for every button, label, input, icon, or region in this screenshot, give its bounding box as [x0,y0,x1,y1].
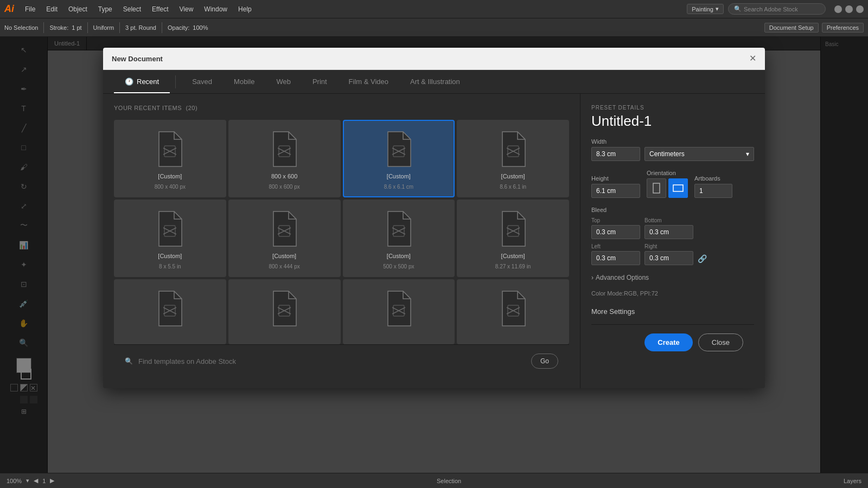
dialog-tabs: 🕐 Recent Saved Mobile Web Print Film & V… [103,70,765,94]
layers-label: Layers [844,478,861,484]
more-settings[interactable]: More Settings [591,307,754,316]
clock-icon: 🕐 [125,78,133,86]
chevron-down-icon-2: ▾ [746,150,749,158]
doc-item-2[interactable]: [Custom] 8.6 x 6.1 cm [343,120,455,197]
create-button[interactable]: Create [644,333,692,351]
zoom-level[interactable]: 100% [7,478,22,484]
doc-size-7: 8.27 x 11.69 in [495,264,531,269]
tab-mobile[interactable]: Mobile [223,70,265,93]
height-label: Height [591,175,640,182]
menu-edit[interactable]: Edit [42,3,62,15]
doc-name-2: [Custom] [387,173,411,179]
toolbar-separator-3 [119,22,120,33]
toolbar-separator [43,22,44,33]
go-button[interactable]: Go [531,354,558,369]
doc-item-1[interactable]: 800 x 600 800 x 600 px [228,120,341,197]
orientation-group: Orientation [647,170,688,198]
bleed-left-input[interactable] [591,251,640,265]
round-label[interactable]: 3 pt. Round [125,24,156,31]
doc-name-7: [Custom] [501,253,525,259]
doc-item-7[interactable]: [Custom] 8.27 x 11.69 in [457,200,569,277]
status-bar: 100% ▾ ◀ 1 ▶ Selection Layers [0,473,868,488]
doc-name-0: [Custom] [158,173,182,179]
close-button[interactable]: × [856,5,864,13]
items-grid: [Custom] 800 x 400 px 800 x 600 800 x 60… [114,120,569,344]
preferences-button[interactable]: Preferences [822,23,864,33]
bleed-bottom-input[interactable] [644,225,693,239]
doc-icon-4 [152,209,187,248]
doc-item-9[interactable] [228,279,341,344]
toolbar-icons: Painting ▾ 🔍 Search Adobe Stock − □ × [687,3,864,15]
search-stock[interactable]: 🔍 Search Adobe Stock [728,3,826,15]
doc-icon-7 [496,209,531,248]
tab-web[interactable]: Web [265,70,302,93]
search-bar: 🔍 Go [114,344,569,377]
opacity-value[interactable]: 100% [193,24,208,31]
doc-item-11[interactable] [457,279,569,344]
height-group: Height [591,175,640,198]
menu-select[interactable]: Select [119,3,145,15]
doc-icon-6 [381,209,416,248]
portrait-button[interactable] [647,178,666,198]
bleed-top-bottom-row: Top Bottom [591,217,754,239]
tab-print[interactable]: Print [302,70,338,93]
bleed-top-input[interactable] [591,225,640,239]
doc-name-3: [Custom] [501,173,525,179]
doc-item-8[interactable] [114,279,226,344]
dialog-close-button[interactable]: ✕ [749,54,756,63]
doc-item-4[interactable]: [Custom] 8 x 5.5 in [114,200,226,277]
menu-object[interactable]: Object [64,3,92,15]
workspace-select[interactable]: Painting ▾ [687,4,724,14]
doc-icon-1 [267,130,302,169]
doc-item-10[interactable] [343,279,455,344]
menu-window[interactable]: Window [200,3,232,15]
stroke-label: Stroke: [49,24,68,31]
tab-recent[interactable]: 🕐 Recent [114,70,170,93]
doc-item-6[interactable]: [Custom] 500 x 500 px [343,200,455,277]
chevron-down-icon: ▾ [716,5,719,12]
close-dialog-button[interactable]: Close [698,333,743,351]
app-icon: Ai [4,3,14,15]
uniform-label[interactable]: Uniform [93,24,114,31]
doc-icon-2 [381,130,416,169]
advanced-options[interactable]: › Advanced Options [591,274,754,281]
link-bleed-icon[interactable]: 🔗 [698,254,707,263]
maximize-button[interactable]: □ [845,5,853,13]
stock-search-input[interactable] [138,357,526,365]
doc-size-4: 8 x 5.5 in [159,264,181,269]
doc-item-3[interactable]: [Custom] 8.6 x 6.1 in [457,120,569,197]
toolbar-separator-2 [87,22,88,33]
unit-select[interactable]: Centimeters ▾ [644,147,754,161]
landscape-button[interactable] [668,178,688,198]
tab-film-video[interactable]: Film & Video [338,70,399,93]
doc-icon-5 [267,209,302,248]
color-mode-info: Color Mode:RGB, PPI:72 [591,290,754,297]
doc-item-0[interactable]: [Custom] 800 x 400 px [114,120,226,197]
preset-panel: PRESET DETAILS Untitled-1 Width Centimet… [580,94,765,388]
modal-overlay: New Document ✕ 🕐 Recent Saved Mobile Web… [0,37,868,473]
menu-view[interactable]: View [175,3,198,15]
artboards-input[interactable] [694,184,732,198]
minimize-button[interactable]: − [834,5,842,13]
width-input[interactable] [591,147,640,161]
bleed-right-input[interactable] [644,251,693,265]
document-setup-button[interactable]: Document Setup [764,23,819,33]
tab-saved[interactable]: Saved [181,70,223,93]
bleed-top-label: Top [591,217,640,223]
menu-help[interactable]: Help [234,3,256,15]
preset-details-label: PRESET DETAILS [591,105,754,111]
menu-type[interactable]: Type [94,3,117,15]
doc-size-0: 800 x 400 px [155,184,186,190]
artboards-group: Artboards [694,175,732,198]
zoom-arrow: ▾ [26,477,29,484]
bleed-bottom-field: Bottom [644,217,693,239]
menu-effect[interactable]: Effect [148,3,173,15]
preset-name[interactable]: Untitled-1 [591,113,754,130]
menu-file[interactable]: File [21,3,40,15]
stroke-value[interactable]: 1 pt [72,24,81,31]
chevron-right-icon: › [591,274,593,281]
doc-item-5[interactable]: [Custom] 800 x 444 px [228,200,341,277]
doc-size-2: 8.6 x 6.1 cm [384,184,413,190]
tab-art-illustration[interactable]: Art & Illustration [399,70,471,93]
height-input[interactable] [591,184,640,198]
